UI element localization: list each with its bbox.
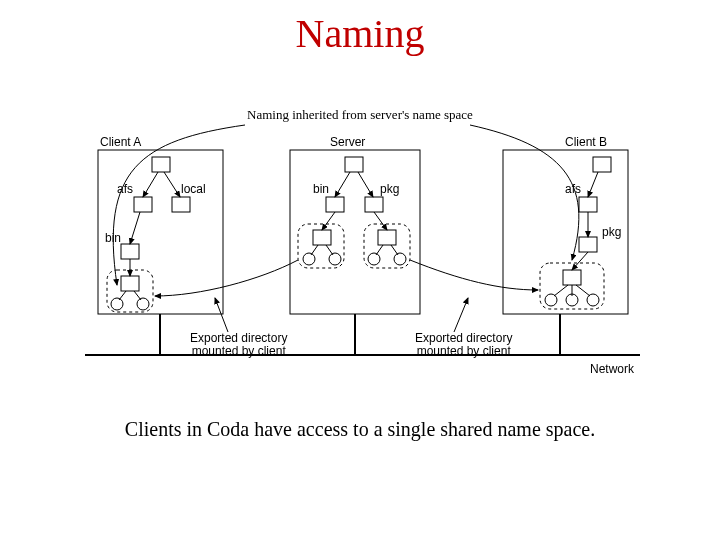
svg-point-30: [329, 253, 341, 265]
svg-point-16: [111, 298, 123, 310]
svg-rect-24: [365, 197, 383, 212]
svg-rect-13: [121, 276, 139, 291]
svg-point-29: [303, 253, 315, 265]
svg-rect-20: [345, 157, 363, 172]
svg-point-50: [545, 294, 557, 306]
svg-rect-44: [579, 237, 597, 252]
svg-rect-26: [313, 230, 331, 245]
svg-rect-5: [152, 157, 170, 172]
svg-rect-9: [172, 197, 190, 212]
svg-point-37: [394, 253, 406, 265]
svg-line-55: [454, 298, 468, 332]
svg-rect-8: [134, 197, 152, 212]
svg-rect-31: [298, 224, 344, 268]
svg-line-21: [335, 172, 350, 197]
svg-line-25: [322, 212, 335, 230]
caption-text: Clients in Coda have access to a single …: [0, 418, 720, 441]
svg-line-45: [572, 252, 588, 270]
svg-rect-33: [378, 230, 396, 245]
svg-line-54: [215, 298, 228, 332]
svg-line-6: [143, 172, 158, 197]
svg-rect-42: [579, 197, 597, 212]
svg-point-36: [368, 253, 380, 265]
svg-rect-38: [364, 224, 410, 268]
svg-line-41: [588, 172, 598, 197]
svg-rect-40: [593, 157, 611, 172]
svg-rect-19: [290, 150, 420, 314]
svg-line-7: [164, 172, 180, 197]
svg-line-47: [554, 285, 568, 296]
svg-line-22: [358, 172, 373, 197]
svg-rect-46: [563, 270, 581, 285]
svg-rect-11: [121, 244, 139, 259]
svg-rect-4: [98, 150, 223, 314]
svg-line-49: [576, 285, 590, 296]
svg-line-32: [374, 212, 387, 230]
svg-rect-23: [326, 197, 344, 212]
svg-line-10: [130, 212, 140, 244]
svg-point-17: [137, 298, 149, 310]
svg-point-52: [587, 294, 599, 306]
naming-diagram: [0, 0, 720, 400]
